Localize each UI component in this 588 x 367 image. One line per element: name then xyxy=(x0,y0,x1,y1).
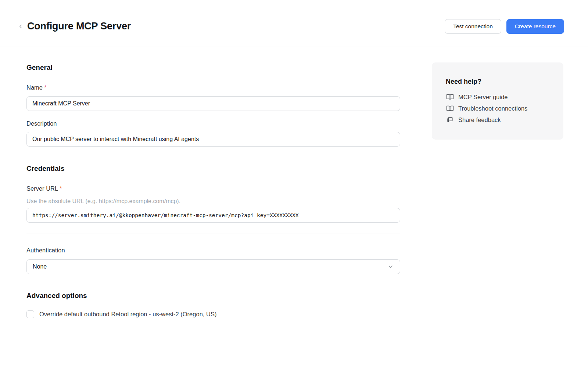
name-input[interactable] xyxy=(26,96,400,111)
required-marker: * xyxy=(44,84,46,91)
test-connection-button[interactable]: Test connection xyxy=(445,19,501,34)
help-links: MCP Server guide Troubleshoot connection… xyxy=(446,93,549,124)
create-resource-button[interactable]: Create resource xyxy=(506,19,564,34)
chevron-left-icon xyxy=(18,24,24,29)
configure-form: General Name* Description Credentials Se… xyxy=(26,63,400,318)
server-url-label: Server URL* xyxy=(26,185,400,192)
help-link-label: MCP Server guide xyxy=(458,93,508,101)
server-url-input[interactable] xyxy=(26,208,400,223)
need-help-panel: Need help? MCP Server guide Troubleshoot… xyxy=(432,62,563,140)
help-link-label: Troubleshoot connections xyxy=(458,104,527,113)
section-divider xyxy=(26,234,400,234)
general-section-heading: General xyxy=(26,63,400,72)
book-open-icon xyxy=(446,93,454,101)
server-url-helper-text: Use the absolute URL (e.g. https://mcp.e… xyxy=(26,198,400,205)
help-link-label: Share feedback xyxy=(458,115,501,124)
override-region-row: Override default outbound Retool region … xyxy=(26,310,400,318)
help-link-mcp-server-guide[interactable]: MCP Server guide xyxy=(446,93,549,101)
page-title: Configure MCP Server xyxy=(27,21,131,32)
feedback-icon xyxy=(446,116,454,123)
description-input[interactable] xyxy=(26,132,400,147)
authentication-label: Authentication xyxy=(26,247,400,254)
credentials-section-heading: Credentials xyxy=(26,164,400,173)
need-help-heading: Need help? xyxy=(446,78,549,86)
help-link-share-feedback[interactable]: Share feedback xyxy=(446,115,549,124)
help-link-troubleshoot-connections[interactable]: Troubleshoot connections xyxy=(446,104,549,113)
authentication-selected-value: None xyxy=(33,263,387,270)
page-header: Configure MCP Server Test connection Cre… xyxy=(0,0,588,47)
description-label: Description xyxy=(26,120,400,127)
override-region-checkbox[interactable] xyxy=(26,310,34,318)
book-open-icon xyxy=(446,105,454,112)
advanced-options-heading: Advanced options xyxy=(26,291,400,300)
override-region-label: Override default outbound Retool region … xyxy=(39,311,216,318)
back-button[interactable] xyxy=(16,22,25,31)
authentication-select[interactable]: None xyxy=(26,259,400,274)
name-label: Name* xyxy=(26,84,400,91)
required-marker: * xyxy=(60,186,62,192)
chevron-down-icon xyxy=(387,263,394,270)
